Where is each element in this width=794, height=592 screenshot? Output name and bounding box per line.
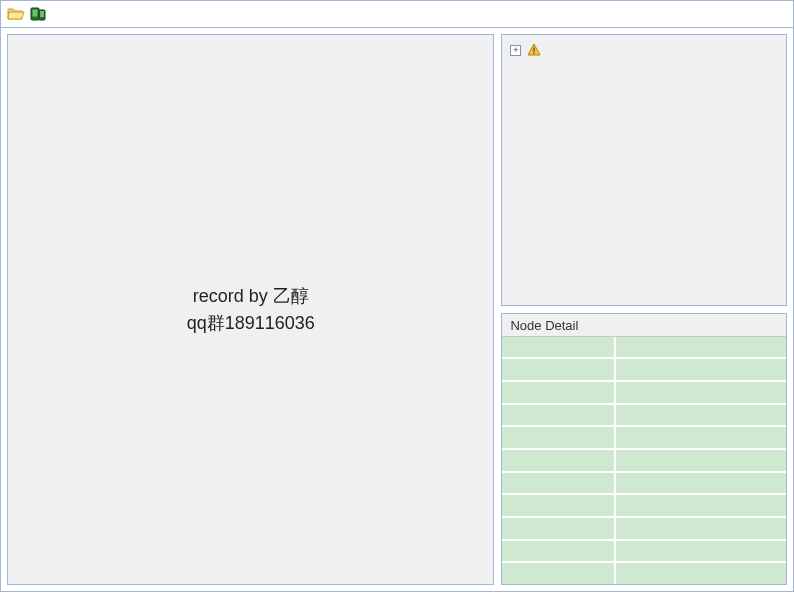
tree-root-row[interactable]: + <box>510 41 778 59</box>
detail-key-cell <box>502 337 615 358</box>
table-row[interactable] <box>502 473 786 496</box>
svg-rect-1 <box>33 10 38 17</box>
detail-value-cell <box>616 563 786 584</box>
node-detail-title: Node Detail <box>502 314 786 337</box>
detail-value-cell <box>616 427 786 448</box>
tree-panel: + <box>501 34 787 306</box>
detail-value-cell <box>616 359 786 380</box>
table-row[interactable] <box>502 450 786 473</box>
detail-value-cell <box>616 382 786 403</box>
detail-key-cell <box>502 450 615 471</box>
toolbar <box>1 1 793 27</box>
app-window: record by 乙醇 qq群189116036 + <box>0 0 794 592</box>
detail-key-cell <box>502 359 615 380</box>
detail-key-cell <box>502 473 615 494</box>
detail-key-cell <box>502 382 615 403</box>
table-row[interactable] <box>502 359 786 382</box>
expand-icon[interactable]: + <box>510 45 521 56</box>
detail-value-cell <box>616 518 786 539</box>
preview-panel: record by 乙醇 qq群189116036 <box>7 34 494 585</box>
detail-value-cell <box>616 405 786 426</box>
svg-rect-3 <box>40 11 44 17</box>
content-area: record by 乙醇 qq群189116036 + <box>1 27 793 591</box>
table-row[interactable] <box>502 405 786 428</box>
detail-key-cell <box>502 405 615 426</box>
detail-value-cell <box>616 541 786 562</box>
open-folder-icon[interactable] <box>7 5 25 23</box>
node-detail-panel: Node Detail <box>501 313 787 585</box>
table-row[interactable] <box>502 541 786 564</box>
table-row[interactable] <box>502 563 786 584</box>
detail-key-cell <box>502 495 615 516</box>
watermark-text: record by 乙醇 qq群189116036 <box>187 283 315 337</box>
detail-key-cell <box>502 427 615 448</box>
svg-rect-4 <box>534 48 535 52</box>
svg-rect-5 <box>534 52 535 53</box>
warning-icon <box>527 43 541 57</box>
right-column: + Node Detail <box>501 34 787 585</box>
detail-value-cell <box>616 495 786 516</box>
table-row[interactable] <box>502 382 786 405</box>
table-row[interactable] <box>502 427 786 450</box>
detail-value-cell <box>616 473 786 494</box>
watermark-line2: qq群189116036 <box>187 310 315 337</box>
detail-key-cell <box>502 563 615 584</box>
detail-value-cell <box>616 450 786 471</box>
table-row[interactable] <box>502 495 786 518</box>
detail-key-cell <box>502 541 615 562</box>
table-row[interactable] <box>502 518 786 541</box>
watermark-line1: record by 乙醇 <box>187 283 315 310</box>
node-detail-grid <box>502 337 786 584</box>
table-row[interactable] <box>502 337 786 360</box>
detail-value-cell <box>616 337 786 358</box>
device-icon[interactable] <box>29 5 47 23</box>
detail-key-cell <box>502 518 615 539</box>
